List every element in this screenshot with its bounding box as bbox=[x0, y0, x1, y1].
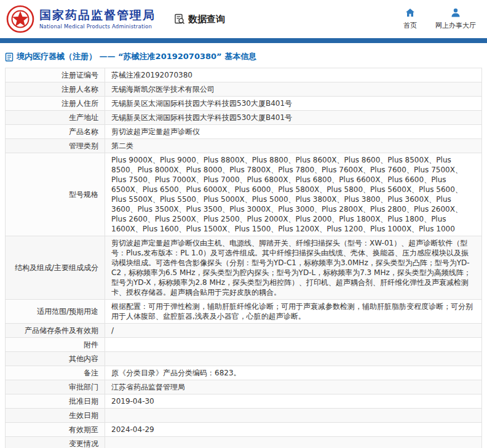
data-query-label: 数据查询 bbox=[188, 14, 225, 25]
table-row: 备注原《分类目录》产品分类编码：6823。 bbox=[6, 366, 482, 380]
org-name-cn: 国家药品监督管理局 bbox=[39, 9, 156, 22]
field-label: 备注 bbox=[6, 366, 105, 380]
field-value: 剪切波超声定量超声诊断仪 bbox=[105, 125, 482, 139]
table-row: 附件 bbox=[6, 338, 482, 352]
field-value bbox=[105, 338, 482, 352]
field-value: 江苏省药品监督管理局 bbox=[105, 380, 482, 394]
table-row: 审批部门江苏省药品监督管理局 bbox=[6, 380, 482, 394]
field-label: 有效期至 bbox=[6, 423, 105, 437]
field-value: 根据配置：可用于弹性检测，辅助肝脏纤维化诊断；可用于声衰减参数检测，辅助肝脏脂肪… bbox=[105, 300, 482, 324]
table-row: 产品储存条件及有效期/ bbox=[6, 324, 482, 338]
table-row: 产品名称剪切波超声定量超声诊断仪 bbox=[6, 125, 482, 139]
field-label: 结构及组成/主要组成成分 bbox=[6, 236, 105, 300]
field-label: 其他内容 bbox=[6, 352, 105, 366]
field-value: 无锡新吴区太湖国际科技园大学科技园530大厦B401号 bbox=[105, 111, 482, 125]
data-query-icon bbox=[174, 14, 185, 25]
header-divider-bar bbox=[0, 38, 487, 43]
field-label: 注册人名称 bbox=[6, 82, 105, 97]
table-row: 管理类别第二类 bbox=[6, 139, 482, 153]
field-label: 批准日期 bbox=[6, 394, 105, 409]
field-value bbox=[105, 437, 482, 448]
nav-service-hall[interactable]: 网上办事大厅 bbox=[435, 8, 476, 30]
field-label: 注册人住所 bbox=[6, 97, 105, 111]
field-value: 无锡新吴区太湖国际科技园大学科技园530大厦B401号 bbox=[105, 97, 482, 111]
table-row: 生效日期 bbox=[6, 409, 482, 423]
nav-service-hall-label: 网上办事大厅 bbox=[435, 21, 476, 30]
field-label: 产品名称 bbox=[6, 125, 105, 139]
field-value: / bbox=[105, 324, 482, 338]
field-value: 原《分类目录》产品分类编码：6823。 bbox=[105, 366, 482, 380]
field-value bbox=[105, 409, 482, 423]
breadcrumb: 境内医疗器械（注册） —— “苏械注准20192070380” 基本信息 bbox=[0, 43, 487, 68]
table-row: 注册人住所无锡新吴区太湖国际科技园大学科技园530大厦B401号 bbox=[6, 97, 482, 111]
field-label: 注册证编号 bbox=[6, 68, 105, 82]
field-value: 苏械注准20192070380 bbox=[105, 68, 482, 82]
table-row: 型号规格Plus 9000X、Plus 9000、Plus 8800X、Plus… bbox=[6, 153, 482, 236]
table-row: 有效期至2024-04-29 bbox=[6, 423, 482, 437]
person-icon bbox=[451, 8, 461, 19]
nav-home-label: 首页 bbox=[403, 21, 417, 30]
table-row: 注册人名称无锡海斯凯尔医学技术有限公司 bbox=[6, 82, 482, 97]
nmpa-emblem-icon bbox=[6, 5, 34, 33]
field-label: 适用范围/预期用途 bbox=[6, 300, 105, 324]
table-row: 注册证编号苏械注准20192070380 bbox=[6, 68, 482, 82]
table-row: 生产地址无锡新吴区太湖国际科技园大学科技园530大厦B401号 bbox=[6, 111, 482, 125]
field-label: 产品储存条件及有效期 bbox=[6, 324, 105, 338]
org-name-en: National Medical Products Administration bbox=[39, 23, 156, 30]
nmpa-logo: 国家药品监督管理局 National Medical Products Admi… bbox=[6, 5, 156, 33]
field-value: 剪切波超声定量超声诊断仪由主机、电源线、脚踏开关、纤维扫描探头（型号：XW-01… bbox=[105, 236, 482, 300]
site-header: 国家药品监督管理局 National Medical Products Admi… bbox=[0, 0, 487, 38]
field-value bbox=[105, 352, 482, 366]
field-label: 生产地址 bbox=[6, 111, 105, 125]
field-label: 生效日期 bbox=[6, 409, 105, 423]
field-label: 管理类别 bbox=[6, 139, 105, 153]
table-row: 批准日期2019-04-30 bbox=[6, 394, 482, 409]
breadcrumb-text: 境内医疗器械（注册） —— “苏械注准20192070380” 基本信息 bbox=[17, 51, 256, 62]
registration-info-table: 注册证编号苏械注准20192070380注册人名称无锡海斯凯尔医学技术有限公司注… bbox=[5, 68, 482, 448]
field-value: Plus 9000X、Plus 9000、Plus 8800X、Plus 880… bbox=[105, 153, 482, 236]
field-value: 第二类 bbox=[105, 139, 482, 153]
home-icon bbox=[405, 8, 415, 19]
field-label: 型号规格 bbox=[6, 153, 105, 236]
table-row: 适用范围/预期用途根据配置：可用于弹性检测，辅助肝脏纤维化诊断；可用于声衰减参数… bbox=[6, 300, 482, 324]
nav-data-query[interactable]: 数据查询 bbox=[174, 14, 225, 25]
header-right-nav: 首页 网上办事大厅 bbox=[403, 8, 478, 30]
table-row: 其他内容 bbox=[6, 352, 482, 366]
field-value: 2024-04-29 bbox=[105, 423, 482, 437]
document-icon bbox=[5, 52, 14, 62]
nav-home[interactable]: 首页 bbox=[403, 8, 417, 30]
table-row: 变更情况 bbox=[6, 437, 482, 448]
field-label: 审批部门 bbox=[6, 380, 105, 394]
field-value: 无锡海斯凯尔医学技术有限公司 bbox=[105, 82, 482, 97]
table-row: 结构及组成/主要组成成分剪切波超声定量超声诊断仪由主机、电源线、脚踏开关、纤维扫… bbox=[6, 236, 482, 300]
field-value: 2019-04-30 bbox=[105, 394, 482, 409]
field-label: 变更情况 bbox=[6, 437, 105, 448]
field-label: 附件 bbox=[6, 338, 105, 352]
